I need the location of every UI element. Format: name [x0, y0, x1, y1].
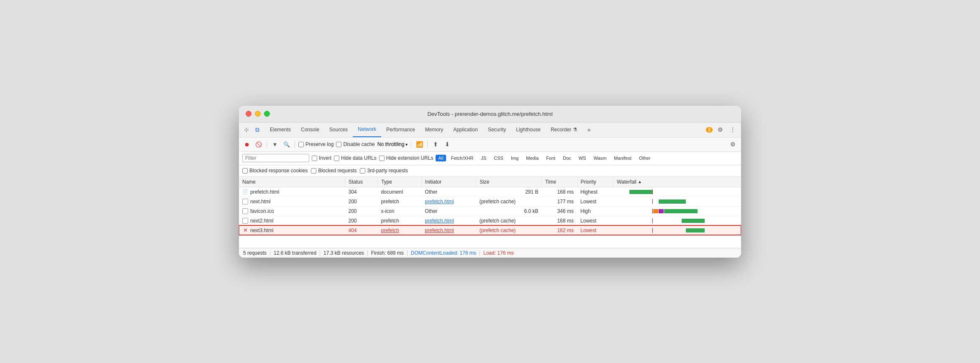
toolbar-separator-2: [295, 141, 295, 148]
third-party-checkbox[interactable]: [360, 168, 365, 174]
preserve-log-checkbox[interactable]: [298, 142, 304, 147]
table-row[interactable]: ✕ next3.html 404 prefetch prefetch.html …: [239, 225, 741, 235]
disable-cache-checkbox[interactable]: [336, 142, 341, 147]
download-icon[interactable]: ⬇: [443, 140, 452, 149]
cell-type: x-icon: [377, 206, 421, 216]
cell-initiator: prefetch.html: [421, 225, 476, 235]
blocked-requests-label[interactable]: Blocked requests: [311, 168, 357, 174]
table-row[interactable]: 📄 prefetch.html 304 document Other 291 B…: [239, 187, 741, 197]
tab-memory[interactable]: Memory: [420, 123, 448, 137]
cell-type: prefetch: [377, 225, 421, 235]
status-resources: 17.3 kB resources: [320, 250, 368, 256]
th-size[interactable]: Size: [476, 177, 542, 187]
disable-cache-label[interactable]: Disable cache: [336, 141, 375, 147]
cell-size: 6.0 kB: [476, 206, 542, 216]
maximize-button[interactable]: [264, 111, 270, 117]
filter-type-fetch[interactable]: Fetch/XHR: [449, 155, 476, 161]
filter-bar: Invert Hide data URLs Hide extension URL…: [239, 152, 741, 165]
preserve-log-label[interactable]: Preserve log: [298, 141, 334, 147]
cell-name: favicon.ico: [239, 206, 345, 216]
table-row[interactable]: favicon.ico 200 x-icon Other 6.0 kB 346 …: [239, 206, 741, 216]
wifi-icon[interactable]: 📶: [415, 140, 424, 149]
window-title: DevTools - prerender-demos.glitch.me/pre…: [427, 111, 552, 117]
filter-type-all[interactable]: All: [436, 155, 446, 161]
minimize-button[interactable]: [255, 111, 261, 117]
toolbar-separator-4: [427, 141, 428, 148]
tab-console[interactable]: Console: [296, 123, 324, 137]
table-header-row: Name Status Type Initiator Size Time Pri…: [239, 177, 741, 187]
filter-type-css[interactable]: CSS: [491, 155, 506, 161]
blocked-cookies-checkbox[interactable]: [242, 168, 248, 174]
inspect-icon[interactable]: ⊹: [242, 125, 251, 134]
more-options-icon[interactable]: ⋮: [728, 125, 738, 135]
toolbar-separator-3: [411, 141, 411, 148]
network-toolbar: ⏺ 🚫 ▼ 🔍 Preserve log Disable cache No th…: [239, 138, 741, 152]
clear-button[interactable]: 🚫: [254, 140, 263, 149]
table-row[interactable]: next2.html 200 prefetch prefetch.html (p…: [239, 216, 741, 225]
filter-type-img[interactable]: Img: [508, 155, 521, 161]
filter-type-wasm[interactable]: Wasm: [591, 155, 609, 161]
tab-recorder[interactable]: Recorder ⚗: [546, 123, 582, 137]
tab-security[interactable]: Security: [483, 123, 511, 137]
cell-priority: High: [577, 206, 613, 216]
invert-label[interactable]: Invert: [312, 155, 331, 161]
tab-performance[interactable]: Performance: [381, 123, 420, 137]
cell-type: prefetch: [377, 216, 421, 225]
cell-waterfall: [613, 187, 741, 197]
tab-more[interactable]: »: [582, 123, 596, 137]
blocked-cookies-label[interactable]: Blocked response cookies: [242, 168, 308, 174]
th-initiator[interactable]: Initiator: [421, 177, 476, 187]
throttle-select[interactable]: No throttling ▾: [377, 141, 408, 147]
tab-application[interactable]: Application: [448, 123, 483, 137]
th-status[interactable]: Status: [345, 177, 377, 187]
record-stop-button[interactable]: ⏺: [242, 140, 251, 149]
th-waterfall[interactable]: Waterfall ▲: [613, 177, 741, 187]
filter-type-media[interactable]: Media: [523, 155, 541, 161]
upload-icon[interactable]: ⬆: [431, 140, 440, 149]
cell-priority: Lowest: [577, 216, 613, 225]
hide-ext-urls-label[interactable]: Hide extension URLs: [379, 155, 434, 161]
filter-type-other[interactable]: Other: [636, 155, 653, 161]
cell-time: 168 ms: [542, 216, 577, 225]
th-name[interactable]: Name: [239, 177, 345, 187]
blocked-requests-checkbox[interactable]: [311, 168, 316, 174]
hide-data-urls-checkbox[interactable]: [334, 156, 339, 161]
cell-waterfall: [613, 216, 741, 225]
filter-input[interactable]: [245, 155, 306, 161]
th-priority[interactable]: Priority: [577, 177, 613, 187]
search-icon[interactable]: 🔍: [282, 140, 291, 149]
table-row[interactable]: next.html 200 prefetch prefetch.html (pr…: [239, 197, 741, 206]
cell-status: 200: [345, 197, 377, 206]
status-requests: 5 requests: [243, 250, 270, 256]
filter-type-js[interactable]: JS: [479, 155, 489, 161]
filter-input-wrap[interactable]: [242, 154, 309, 162]
filter-type-font[interactable]: Font: [544, 155, 558, 161]
close-button[interactable]: [246, 111, 251, 117]
filter-bar2: Blocked response cookies Blocked request…: [239, 165, 741, 177]
tab-bar: ⊹ ⧉ Elements Console Sources Network Per…: [239, 123, 741, 138]
hide-ext-urls-checkbox[interactable]: [379, 156, 385, 161]
settings-icon[interactable]: ⚙: [715, 125, 725, 135]
cell-waterfall: [613, 197, 741, 206]
th-time[interactable]: Time: [542, 177, 577, 187]
tab-network[interactable]: Network: [353, 123, 381, 137]
tab-elements[interactable]: Elements: [265, 123, 296, 137]
third-party-label[interactable]: 3rd-party requests: [360, 168, 408, 174]
filter-type-manifest[interactable]: Manifest: [611, 155, 634, 161]
filter-type-doc[interactable]: Doc: [560, 155, 574, 161]
filter-icon[interactable]: ▼: [270, 140, 280, 149]
cell-size: (prefetch cache): [476, 225, 542, 235]
hide-data-urls-label[interactable]: Hide data URLs: [334, 155, 377, 161]
device-toggle-icon[interactable]: ⧉: [253, 125, 262, 134]
network-settings-icon[interactable]: ⚙: [728, 139, 738, 149]
tab-lighthouse[interactable]: Lighthouse: [511, 123, 546, 137]
th-type[interactable]: Type: [377, 177, 421, 187]
filter-type-ws[interactable]: WS: [576, 155, 589, 161]
cell-type: document: [377, 187, 421, 197]
invert-checkbox[interactable]: [312, 156, 317, 161]
cell-initiator: Other: [421, 187, 476, 197]
tab-sources[interactable]: Sources: [324, 123, 353, 137]
more-tabs-icon: »: [587, 126, 591, 133]
cell-waterfall: [613, 225, 741, 235]
tabs-container: Elements Console Sources Network Perform…: [265, 123, 706, 137]
